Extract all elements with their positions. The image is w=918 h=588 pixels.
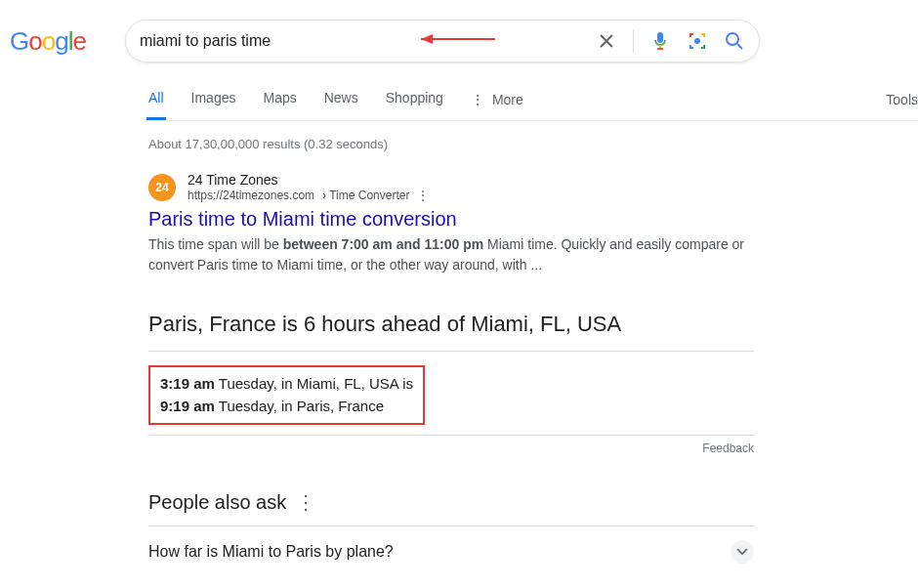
lens-icon[interactable] [687, 30, 708, 52]
result-snippet: This time span will be between 7:00 am a… [148, 234, 754, 276]
microphone-icon[interactable] [649, 30, 671, 52]
tab-more[interactable]: ⋮More [469, 80, 525, 120]
result-site-name: 24 Time Zones [188, 171, 429, 189]
search-bar [125, 20, 760, 63]
people-also-ask-heading: People also ask ⋮ [148, 490, 754, 514]
tab-maps[interactable]: Maps [261, 80, 298, 120]
tab-shopping[interactable]: Shopping [384, 80, 445, 120]
svg-point-6 [727, 33, 738, 45]
more-options-icon[interactable]: ⋮ [296, 490, 315, 514]
svg-rect-2 [657, 32, 663, 43]
answer-box: Paris, France is 6 hours ahead of Miami,… [148, 312, 754, 455]
search-result: 24 24 Time Zones https://24timezones.com… [148, 171, 754, 276]
google-logo[interactable]: Google [10, 26, 86, 57]
clear-icon[interactable] [596, 30, 617, 52]
tabs-row: All Images Maps News Shopping ⋮More Tool… [146, 80, 918, 121]
feedback-link[interactable]: Feedback [702, 441, 754, 455]
search-input[interactable] [140, 32, 596, 50]
tab-images[interactable]: Images [189, 80, 238, 120]
divider [633, 29, 634, 53]
svg-point-5 [694, 38, 700, 44]
time-line-1: 3:19 am Tuesday, in Miami, FL, USA is [160, 373, 413, 396]
tab-news[interactable]: News [322, 80, 360, 120]
paa-question[interactable]: How far is Miami to Paris by plane? [148, 525, 754, 577]
tools-button[interactable]: Tools [886, 82, 918, 119]
result-favicon: 24 [148, 174, 176, 201]
more-options-icon[interactable]: ⋮ [417, 189, 429, 204]
svg-line-7 [737, 44, 742, 49]
tab-all[interactable]: All [146, 80, 166, 120]
time-comparison-highlight: 3:19 am Tuesday, in Miami, FL, USA is 9:… [148, 365, 425, 425]
result-title-link[interactable]: Paris time to Miami time conversion [148, 208, 754, 231]
time-line-2: 9:19 am Tuesday, in Paris, France [160, 396, 413, 418]
search-icon[interactable] [724, 30, 745, 52]
answer-heading: Paris, France is 6 hours ahead of Miami,… [148, 312, 754, 337]
result-url: https://24timezones.com › Time Converter… [188, 189, 429, 204]
result-stats: About 17,30,00,000 results (0.32 seconds… [148, 137, 754, 151]
chevron-down-icon [730, 540, 754, 564]
